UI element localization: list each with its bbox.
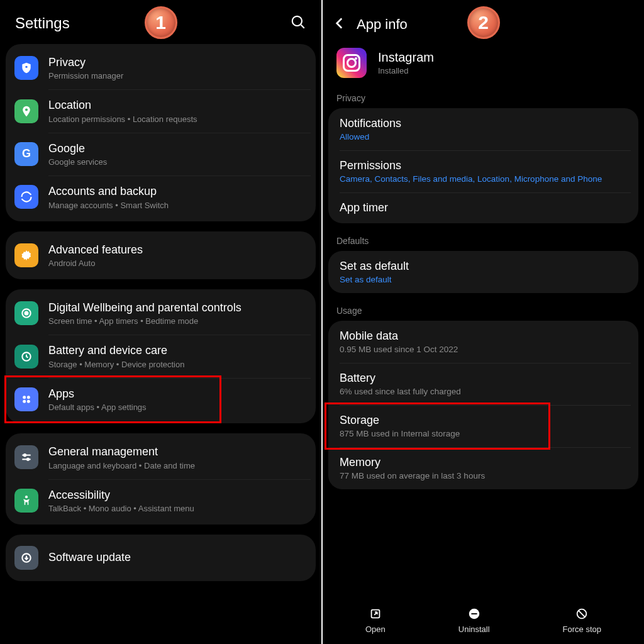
row-title: Set as default [340,260,627,273]
row-memory[interactable]: Memory 77 MB used on average in last 3 h… [328,447,638,489]
back-icon[interactable] [331,15,348,34]
step-badge-2: 2 [467,6,500,39]
shield-icon [14,56,38,80]
svg-line-22 [579,611,585,616]
svg-point-3 [25,108,28,111]
action-label: Uninstall [458,625,490,634]
row-sub: Permission manager [48,71,123,80]
row-sub: Android Auto [48,258,143,268]
row-title: Permissions [340,159,627,172]
row-storage[interactable]: Storage 875 MB used in Internal storage [328,405,638,447]
svg-point-9 [27,396,30,399]
row-title: Battery and device care [48,343,184,358]
row-sub: Google services [48,157,107,167]
row-sub: 875 MB used in Internal storage [340,429,627,438]
settings-row-accessibility[interactable]: Accessibility TalkBack • Mono audio • As… [6,479,316,522]
row-sub: Storage • Memory • Device protection [48,360,184,369]
section-card-usage: Mobile data 0.95 MB used since 1 Oct 202… [328,321,638,489]
svg-point-10 [23,400,26,403]
row-sub: Camera, Contacts, Files and media, Locat… [340,174,627,184]
settings-group: Privacy Permission manager Location Loca… [6,44,316,221]
pin-icon [14,99,38,123]
row-title: Notifications [340,117,627,130]
row-battery[interactable]: Battery 6% used since last fully charged [328,363,638,405]
svg-point-11 [27,400,30,403]
section-card-defaults: Set as default Set as default [328,251,638,293]
sliders-icon [14,445,38,469]
svg-point-14 [24,454,26,456]
row-title: Mobile data [340,330,627,343]
wellbeing-icon [14,301,38,325]
settings-title: Settings [15,14,70,32]
row-title: Location [48,98,197,113]
row-title: Accounts and backup [48,184,169,199]
row-title: Software update [48,550,131,565]
svg-point-15 [27,458,29,460]
row-sub: 6% used since last fully charged [340,387,627,396]
row-permissions[interactable]: Permissions Camera, Contacts, Files and … [328,150,638,192]
settings-group: Advanced features Android Auto [6,231,316,279]
open-button[interactable]: Open [365,607,386,634]
force-stop-button[interactable]: Force stop [563,607,601,634]
section-label-defaults: Defaults [323,232,644,251]
row-sub: 0.95 MB used since 1 Oct 2022 [340,345,627,354]
app-info-title: App info [357,16,408,33]
google-icon: G [14,142,38,166]
settings-row-wellbeing[interactable]: Digital Wellbeing and parental controls … [6,292,316,335]
search-icon[interactable] [290,14,306,33]
row-sub: Set as default [340,275,627,284]
battery-icon [14,345,38,369]
svg-point-16 [25,496,28,498]
row-app-timer[interactable]: App timer [328,192,638,223]
row-title: Apps [48,387,147,401]
settings-group: General management Language and keyboard… [6,433,316,525]
section-card-privacy: Notifications Allowed Permissions Camera… [328,108,638,223]
row-title: General management [48,445,195,459]
svg-point-2 [25,66,27,68]
settings-row-advanced[interactable]: Advanced features Android Auto [6,234,316,277]
svg-rect-20 [471,613,477,614]
row-sub: 77 MB used on average in last 3 hours [340,471,627,480]
settings-row-accounts[interactable]: Accounts and backup Manage accounts • Sm… [6,175,316,218]
row-notifications[interactable]: Notifications Allowed [328,108,638,150]
row-sub: Default apps • App settings [48,402,147,412]
sync-icon [14,185,38,209]
section-label-privacy: Privacy [323,89,644,108]
row-title: Advanced features [48,243,143,257]
step-badge-1: 1 [145,6,177,39]
app-name: Instagram [378,50,434,65]
action-label: Force stop [563,625,601,634]
gear-icon [14,243,38,267]
row-title: Memory [340,456,627,469]
row-title: Battery [340,372,627,385]
settings-row-privacy[interactable]: Privacy Permission manager [6,47,316,89]
uninstall-button[interactable]: Uninstall [458,607,490,634]
settings-row-battery[interactable]: Battery and device care Storage • Memory… [6,335,316,377]
app-status: Installed [378,66,434,75]
row-set-default[interactable]: Set as default Set as default [328,251,638,293]
app-info-pane: 2 App info Instagram Installed Privacy N… [323,0,644,644]
settings-row-general[interactable]: General management Language and keyboard… [6,436,316,479]
svg-point-8 [23,396,26,399]
settings-row-apps[interactable]: Apps Default apps • App settings [6,378,316,421]
download-icon [14,546,38,570]
svg-point-0 [292,16,302,26]
instagram-icon [336,48,367,78]
settings-row-location[interactable]: Location Location permissions • Location… [6,89,316,132]
row-mobile-data[interactable]: Mobile data 0.95 MB used since 1 Oct 202… [328,321,638,363]
grid-icon [14,387,38,411]
row-title: Google [48,142,107,156]
row-sub: Manage accounts • Smart Switch [48,201,169,210]
row-title: Privacy [48,55,123,70]
svg-point-6 [25,312,28,315]
row-sub: Language and keyboard • Date and time [48,461,195,470]
row-sub: Allowed [340,132,627,142]
settings-row-google[interactable]: G Google Google services [6,133,316,175]
settings-group: Digital Wellbeing and parental controls … [6,289,316,423]
person-icon [14,489,38,513]
row-title: App timer [340,201,627,214]
settings-row-software[interactable]: Software update [6,537,316,579]
row-title: Digital Wellbeing and parental controls [48,301,242,315]
settings-pane: 1 Settings Privacy Permission manager Lo… [0,0,321,644]
row-sub: Location permissions • Location requests [48,114,197,124]
